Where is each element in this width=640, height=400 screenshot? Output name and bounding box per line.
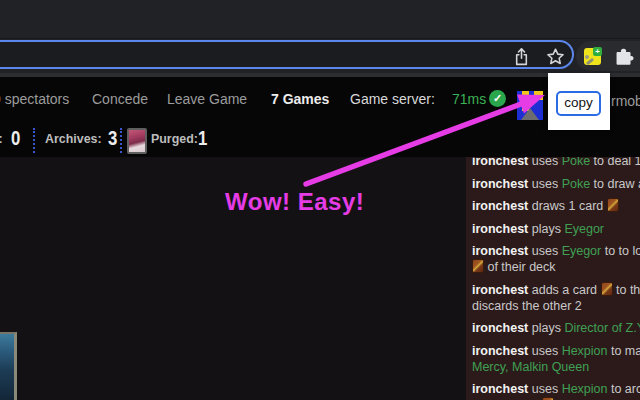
leave-game-button[interactable]: Leave Game bbox=[167, 91, 247, 107]
log-player-name: ironchest bbox=[472, 321, 528, 335]
userscript-extension-icon[interactable]: + bbox=[584, 48, 601, 65]
log-player-name: ironchest bbox=[472, 222, 528, 236]
log-player-name: ironchest bbox=[472, 382, 528, 396]
purged-label: Purged: bbox=[151, 131, 198, 146]
log-text: to deal 1 da bbox=[590, 157, 640, 168]
avatar-art bbox=[534, 91, 543, 100]
copy-button[interactable]: copy bbox=[556, 91, 601, 116]
copy-popup: copy bbox=[548, 73, 610, 130]
extension-tool-dot bbox=[585, 55, 589, 59]
log-card-name: Eyegor bbox=[562, 244, 602, 258]
server-ping: 71ms bbox=[452, 91, 486, 107]
tab-strip-seam bbox=[0, 38, 640, 39]
card-back-icon bbox=[472, 259, 484, 273]
log-player-name: ironchest bbox=[472, 157, 528, 168]
log-player-name: ironchest bbox=[472, 244, 528, 258]
log-text: to archive bbox=[608, 382, 640, 396]
purged-value: 1 bbox=[198, 126, 207, 150]
log-player-name: ironchest bbox=[472, 344, 528, 358]
bookmark-star-icon[interactable] bbox=[544, 45, 566, 67]
log-text: adds a card bbox=[528, 283, 600, 297]
extensions-puzzle-icon[interactable] bbox=[613, 46, 635, 68]
avatar-art bbox=[521, 108, 539, 120]
log-text: draws 1 card bbox=[528, 199, 607, 213]
log-player-name: ironchest bbox=[472, 283, 528, 297]
server-ok-check-icon: ✓ bbox=[489, 90, 506, 107]
log-text: discards the other 2 bbox=[472, 299, 582, 313]
log-text: uses bbox=[528, 344, 561, 358]
clipped-counter-label: d: bbox=[0, 131, 3, 146]
log-card-name: Poke bbox=[562, 177, 591, 191]
purged-card-thumbnail[interactable] bbox=[127, 128, 147, 154]
extension-plus-badge: + bbox=[593, 47, 602, 56]
log-entry: ironchest plays Director of Z.Y.X. bbox=[472, 320, 640, 336]
log-text: of their deck bbox=[484, 260, 556, 274]
log-entry: ironchest uses Hexpion to archivethe top… bbox=[472, 381, 640, 400]
log-text: to make bbox=[608, 344, 640, 358]
log-text: uses bbox=[528, 157, 561, 168]
server-label: Game server: bbox=[350, 91, 435, 107]
log-card-name: Hexpion bbox=[562, 382, 608, 396]
log-text: uses bbox=[528, 382, 561, 396]
log-player-name: ironchest bbox=[472, 177, 528, 191]
log-entry: ironchest adds a card to theirdiscards t… bbox=[472, 282, 640, 314]
dotted-separator bbox=[33, 128, 35, 153]
game-log[interactable]: ironchest uses Poke to deal 1 daironches… bbox=[466, 157, 640, 400]
log-card-name: Poke bbox=[562, 157, 591, 168]
log-card-name: Eyegor bbox=[564, 222, 604, 236]
annotation-text: Wow! Easy! bbox=[225, 188, 364, 216]
log-text: plays bbox=[528, 222, 564, 236]
player-avatar[interactable] bbox=[517, 91, 543, 120]
log-entry: ironchest uses Poke to deal 1 da bbox=[472, 157, 640, 169]
card-back-icon bbox=[607, 198, 619, 212]
games-count[interactable]: 7 Games bbox=[271, 91, 329, 107]
log-text: to their bbox=[613, 283, 640, 297]
log-text: plays bbox=[528, 321, 564, 335]
card-back-icon bbox=[601, 282, 613, 296]
log-entry: ironchest plays Eyegor bbox=[472, 221, 640, 237]
partial-card-image bbox=[0, 332, 17, 400]
log-text: uses bbox=[528, 177, 561, 191]
log-text: to draw a ca bbox=[590, 177, 640, 191]
clipped-counter-value: 0 bbox=[11, 126, 20, 150]
log-entry: ironchest uses Eyegor to to look at of t… bbox=[472, 243, 640, 275]
log-entry: ironchest draws 1 card bbox=[472, 198, 640, 214]
player-name-fragment: rmob bbox=[611, 93, 640, 109]
log-text: to to look at bbox=[601, 244, 640, 258]
share-icon[interactable] bbox=[510, 45, 532, 67]
spectators-link[interactable]: 0 spectators bbox=[0, 91, 69, 107]
archives-value: 3 bbox=[108, 126, 117, 150]
log-entry: ironchest uses Hexpion to makeMercy, Mal… bbox=[472, 343, 640, 375]
log-text: uses bbox=[528, 244, 561, 258]
archives-label: Archives: bbox=[45, 131, 102, 146]
address-bar[interactable] bbox=[0, 40, 574, 69]
log-entry: ironchest uses Poke to draw a ca bbox=[472, 176, 640, 192]
concede-button[interactable]: Concede bbox=[92, 91, 148, 107]
log-card-name: Director of Z.Y.X. bbox=[564, 321, 640, 335]
log-card-name: Mercy, Malkin Queen bbox=[472, 360, 589, 374]
log-player-name: ironchest bbox=[472, 199, 528, 213]
log-card-name: Hexpion bbox=[562, 344, 608, 358]
dotted-separator bbox=[120, 128, 122, 153]
